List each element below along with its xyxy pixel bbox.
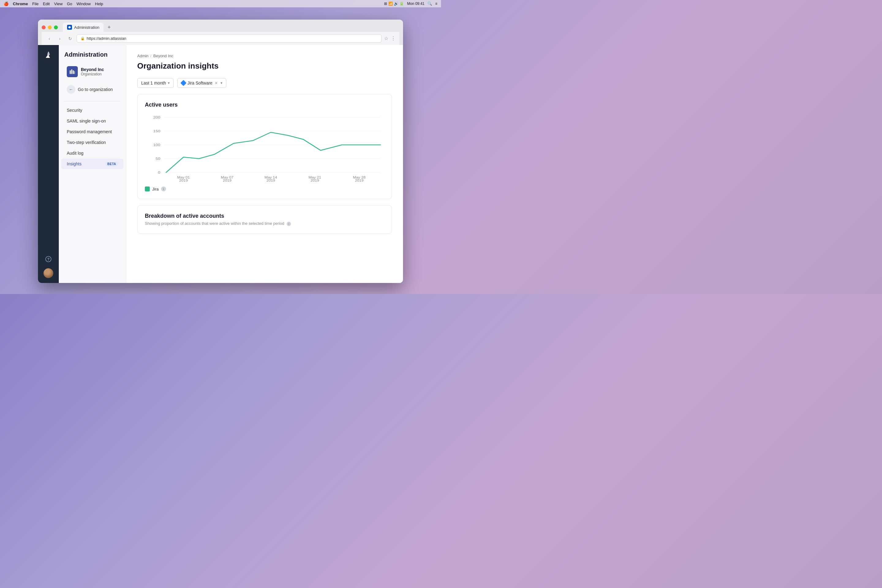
svg-rect-6 bbox=[74, 71, 75, 74]
org-subtitle: Organization bbox=[81, 72, 104, 76]
nav-label-saml: SAML single sign-on bbox=[67, 118, 106, 123]
svg-rect-3 bbox=[70, 70, 71, 74]
nav-label-insights: Insights bbox=[67, 161, 81, 166]
nav-item-security[interactable]: Security bbox=[61, 105, 123, 116]
breakdown-title: Breakdown of active accounts bbox=[145, 213, 384, 219]
menu-help[interactable]: Help bbox=[95, 2, 103, 6]
forward-button[interactable]: › bbox=[56, 34, 64, 43]
svg-text:May 07: May 07 bbox=[221, 176, 233, 179]
svg-text:0: 0 bbox=[158, 171, 160, 174]
org-item[interactable]: Beyond Inc Organization bbox=[61, 63, 123, 80]
sidebar-nav: ? bbox=[38, 45, 59, 283]
svg-text:2019: 2019 bbox=[355, 179, 363, 182]
back-button[interactable]: ‹ bbox=[45, 34, 53, 43]
minimize-button[interactable] bbox=[48, 26, 52, 29]
go-to-org-label: Go to organization bbox=[78, 87, 113, 92]
breadcrumb-org[interactable]: Beyond Inc bbox=[153, 54, 173, 58]
svg-text:May 01: May 01 bbox=[177, 176, 190, 179]
org-name: Beyond Inc bbox=[81, 67, 104, 72]
time-filter-chevron-icon: ▾ bbox=[168, 81, 170, 85]
svg-text:2019: 2019 bbox=[310, 179, 319, 182]
breadcrumb: Admin / Beyond Inc bbox=[137, 54, 392, 58]
beta-badge: BETA bbox=[106, 162, 118, 166]
sidebar-title: Administration bbox=[59, 51, 126, 63]
help-icon[interactable]: ? bbox=[44, 254, 53, 264]
user-avatar[interactable] bbox=[44, 268, 53, 278]
breadcrumb-admin[interactable]: Admin bbox=[137, 54, 148, 58]
product-remove-button[interactable]: × bbox=[215, 81, 218, 86]
svg-rect-4 bbox=[71, 69, 72, 74]
nav-item-insights[interactable]: Insights BETA bbox=[61, 159, 123, 169]
control-center-icon[interactable]: ≡ bbox=[435, 2, 437, 6]
product-filter-tag[interactable]: Jira Software × ▾ bbox=[177, 78, 226, 88]
menu-window[interactable]: Window bbox=[76, 2, 91, 6]
svg-text:2019: 2019 bbox=[266, 179, 275, 182]
breakdown-info-icon[interactable]: i bbox=[286, 222, 291, 226]
org-icon bbox=[67, 66, 78, 77]
nav-label-security: Security bbox=[67, 108, 82, 113]
atlassian-logo[interactable] bbox=[43, 50, 54, 61]
go-to-org-button[interactable]: ← Go to organization bbox=[61, 82, 123, 96]
nav-label-twostep: Two-step verification bbox=[67, 140, 106, 145]
browser-body: ? Administration Beyond Inc Organization bbox=[38, 45, 403, 283]
svg-text:50: 50 bbox=[156, 157, 160, 160]
svg-text:200: 200 bbox=[153, 116, 160, 119]
page-title: Organization insights bbox=[137, 61, 392, 71]
time-filter-label: Last 1 month bbox=[141, 81, 166, 86]
reload-button[interactable]: ↻ bbox=[66, 34, 74, 43]
more-options-icon[interactable]: ⋮ bbox=[391, 36, 396, 41]
nav-item-twostep[interactable]: Two-step verification bbox=[61, 137, 123, 148]
search-menu-icon[interactable]: 🔍 bbox=[428, 2, 432, 6]
menu-go[interactable]: Go bbox=[67, 2, 72, 6]
svg-text:?: ? bbox=[47, 257, 49, 261]
system-icons: ⊞ 📶 🔊 🔋 bbox=[384, 2, 404, 6]
close-button[interactable] bbox=[42, 26, 46, 29]
nav-item-auditlog[interactable]: Audit log bbox=[61, 148, 123, 158]
macos-menubar: 🍎 Chrome File Edit View Go Window Help ⊞… bbox=[0, 0, 441, 8]
nav-label-auditlog: Audit log bbox=[67, 151, 83, 156]
nav-label-password: Password management bbox=[67, 129, 112, 134]
menu-file[interactable]: File bbox=[32, 2, 39, 6]
main-content: Admin / Beyond Inc Organization insights… bbox=[126, 45, 403, 283]
product-label: Jira Software bbox=[188, 81, 213, 86]
jira-diamond-icon bbox=[180, 80, 186, 86]
chart-svg: 200 150 100 50 0 May 01 2019 May 07 2019… bbox=[145, 114, 384, 182]
svg-text:150: 150 bbox=[153, 129, 160, 133]
go-to-org-icon: ← bbox=[67, 85, 75, 94]
bookmark-star-icon[interactable]: ☆ bbox=[384, 36, 388, 41]
breakdown-card: Breakdown of active accounts Showing pro… bbox=[137, 205, 392, 234]
chart-area: 200 150 100 50 0 May 01 2019 May 07 2019… bbox=[145, 114, 384, 182]
apple-menu-icon[interactable]: 🍎 bbox=[4, 2, 9, 6]
legend-info-icon[interactable]: i bbox=[161, 186, 166, 191]
svg-text:May 21: May 21 bbox=[308, 176, 321, 179]
lock-icon: 🔒 bbox=[81, 36, 85, 40]
url-text: https://admin.atlassian bbox=[87, 36, 126, 41]
filters-row: Last 1 month ▾ Jira Software × ▾ bbox=[137, 78, 392, 88]
svg-text:2019: 2019 bbox=[179, 179, 188, 182]
nav-item-saml[interactable]: SAML single sign-on bbox=[61, 116, 123, 126]
svg-marker-0 bbox=[68, 26, 71, 28]
svg-text:May 28: May 28 bbox=[353, 176, 365, 179]
nav-item-password[interactable]: Password management bbox=[61, 126, 123, 137]
menu-edit[interactable]: Edit bbox=[43, 2, 50, 6]
app-name[interactable]: Chrome bbox=[13, 2, 28, 6]
address-bar-row: ‹ › ↻ 🔒 https://admin.atlassian ☆ ⋮ bbox=[42, 32, 399, 45]
maximize-button[interactable] bbox=[54, 26, 58, 29]
browser-tab[interactable]: Administration bbox=[63, 22, 104, 32]
left-sidebar: Administration Beyond Inc Organization ←… bbox=[59, 45, 126, 283]
address-bar[interactable]: 🔒 https://admin.atlassian bbox=[76, 34, 382, 43]
time-filter-dropdown[interactable]: Last 1 month ▾ bbox=[137, 78, 174, 88]
legend-label-jira: Jira bbox=[152, 187, 159, 191]
breadcrumb-sep: / bbox=[150, 54, 152, 58]
svg-text:2019: 2019 bbox=[223, 179, 231, 182]
menu-view[interactable]: View bbox=[54, 2, 63, 6]
svg-text:100: 100 bbox=[153, 143, 160, 147]
window-controls bbox=[42, 26, 58, 29]
svg-rect-5 bbox=[73, 70, 74, 74]
tab-title: Administration bbox=[74, 25, 99, 30]
browser-window: Administration + ‹ › ↻ 🔒 https://admin.a… bbox=[38, 20, 403, 283]
browser-chrome: Administration + ‹ › ↻ 🔒 https://admin.a… bbox=[38, 20, 403, 45]
tab-favicon bbox=[67, 25, 72, 30]
chart-title: Active users bbox=[145, 102, 384, 108]
new-tab-button[interactable]: + bbox=[105, 23, 113, 32]
